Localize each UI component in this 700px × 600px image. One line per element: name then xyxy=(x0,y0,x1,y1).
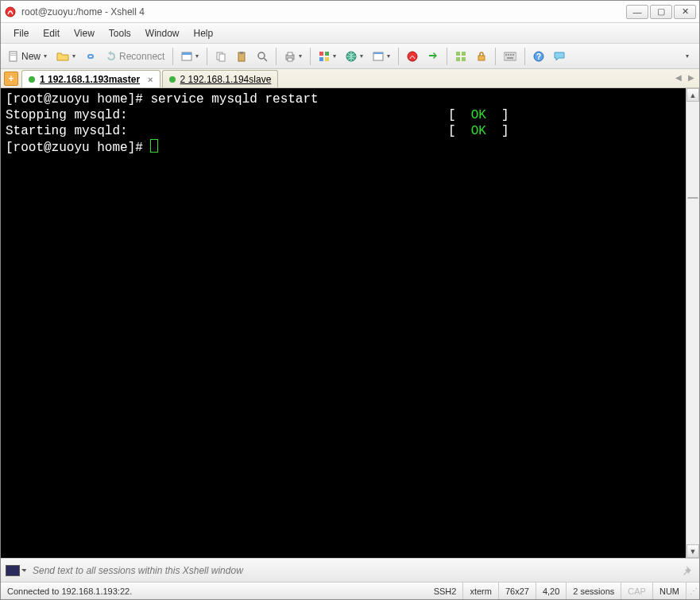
tab-label: 1 192.168.1.193master xyxy=(40,74,140,85)
bracket: ] xyxy=(486,108,509,122)
keyboard-icon xyxy=(504,52,516,61)
lock-button[interactable] xyxy=(472,47,491,66)
find-button[interactable] xyxy=(253,47,272,66)
cursor xyxy=(150,139,158,153)
svg-rect-7 xyxy=(219,54,225,61)
add-tab-button[interactable]: + xyxy=(4,72,18,86)
terminal[interactable]: [root@zuoyu home]# service mysqld restar… xyxy=(1,88,686,558)
fullscreen-button[interactable]: ▾ xyxy=(369,47,394,66)
chevron-down-icon: ▾ xyxy=(686,52,689,60)
menu-view[interactable]: View xyxy=(68,25,101,42)
svg-rect-2 xyxy=(10,53,16,54)
status-ok: OK xyxy=(471,124,486,138)
broadcast-input[interactable] xyxy=(33,565,674,576)
chevron-down-icon: ▾ xyxy=(387,52,390,60)
svg-line-11 xyxy=(264,58,267,61)
terminal-icon[interactable] xyxy=(6,565,20,576)
menu-edit[interactable]: Edit xyxy=(37,25,66,42)
svg-rect-9 xyxy=(240,52,243,54)
chevron-down-icon: ▾ xyxy=(333,52,336,60)
separator xyxy=(524,48,525,65)
svg-point-0 xyxy=(6,7,15,17)
colorscheme-button[interactable]: ▾ xyxy=(315,47,340,66)
maximize-button[interactable]: ▢ xyxy=(650,5,672,19)
command-text: service mysqld restart xyxy=(150,92,318,106)
svg-rect-25 xyxy=(456,57,460,61)
properties-button[interactable]: ▾ xyxy=(177,47,203,66)
xftp-button[interactable] xyxy=(423,47,443,66)
prompt: [root@zuoyu home]# xyxy=(6,92,150,106)
status-connection: Connected to 192.168.1.193:22. xyxy=(1,583,427,599)
svg-rect-16 xyxy=(325,52,329,56)
tab-session-2[interactable]: 2 192.168.1.194slave xyxy=(162,70,279,87)
status-termtype: xterm xyxy=(463,583,499,599)
copy-icon xyxy=(215,51,226,62)
keyboard-button[interactable] xyxy=(500,47,520,66)
toolbar-overflow[interactable]: ▾ xyxy=(677,47,696,66)
svg-rect-27 xyxy=(478,56,485,60)
menu-file[interactable]: File xyxy=(7,25,35,42)
print-button[interactable]: ▾ xyxy=(280,47,306,66)
app-icon xyxy=(4,6,17,18)
disconnect-button[interactable] xyxy=(81,47,100,66)
menu-help[interactable]: Help xyxy=(188,25,220,42)
help-button[interactable]: ? xyxy=(529,47,548,66)
tab-nav: ◀ ▶ xyxy=(674,72,696,83)
search-icon xyxy=(257,51,268,62)
transfer-icon xyxy=(427,51,439,62)
bracket: [ xyxy=(448,108,471,122)
pin-icon[interactable] xyxy=(680,563,694,578)
tab-session-1[interactable]: 1 192.168.1.193master × xyxy=(21,70,160,87)
status-sessions: 2 sessions xyxy=(567,583,621,599)
tab-prev-button[interactable]: ◀ xyxy=(674,72,683,83)
separator xyxy=(310,48,311,65)
status-dot-icon xyxy=(29,76,35,83)
tile-button[interactable] xyxy=(451,47,470,66)
svg-rect-30 xyxy=(508,54,509,56)
separator xyxy=(447,48,447,65)
tab-next-button[interactable]: ▶ xyxy=(686,72,696,83)
svg-rect-31 xyxy=(510,54,512,56)
close-tab-icon[interactable]: × xyxy=(148,75,153,84)
svg-rect-1 xyxy=(10,52,17,61)
status-dot-icon xyxy=(169,76,176,83)
bracket: [ xyxy=(448,124,471,138)
separator xyxy=(207,48,207,65)
printer-icon xyxy=(284,51,296,62)
palette-icon xyxy=(319,51,330,62)
feedback-button[interactable] xyxy=(550,47,569,66)
close-button[interactable]: ✕ xyxy=(674,5,696,19)
xshell-icon xyxy=(407,51,418,62)
resize-grip[interactable]: ⋰ xyxy=(686,585,699,597)
scrollbar[interactable]: ▲ ▼ xyxy=(686,88,699,558)
xshell-button[interactable] xyxy=(403,47,422,66)
scroll-down-button[interactable]: ▼ xyxy=(686,544,699,558)
reconnect-button[interactable]: Reconnect xyxy=(102,47,168,66)
menubar: File Edit View Tools Window Help xyxy=(1,23,699,44)
svg-rect-17 xyxy=(319,57,323,61)
menu-tools[interactable]: Tools xyxy=(102,25,137,42)
help-icon: ? xyxy=(533,51,544,62)
tab-label: 2 192.168.1.194slave xyxy=(180,74,272,85)
speech-icon xyxy=(554,51,565,62)
copy-button[interactable] xyxy=(211,47,230,66)
svg-rect-5 xyxy=(182,52,191,55)
scroll-thumb[interactable] xyxy=(687,197,698,199)
titlebar: root@zuoyu:/home - Xshell 4 — ▢ ✕ xyxy=(1,1,699,23)
chevron-down-icon: ▾ xyxy=(44,52,47,60)
web-button[interactable]: ▾ xyxy=(342,47,367,66)
status-cursor: 4,20 xyxy=(536,583,567,599)
open-button[interactable]: ▾ xyxy=(52,47,79,66)
properties-icon xyxy=(181,51,192,62)
svg-rect-3 xyxy=(10,55,16,56)
bracket: ] xyxy=(486,124,509,138)
paste-button[interactable] xyxy=(232,47,251,66)
scroll-track[interactable] xyxy=(686,102,699,544)
svg-rect-21 xyxy=(373,52,383,54)
scroll-up-button[interactable]: ▲ xyxy=(686,88,699,102)
minimize-button[interactable]: — xyxy=(626,5,648,19)
new-session-button[interactable]: New ▾ xyxy=(4,47,51,66)
svg-rect-26 xyxy=(462,57,466,61)
chevron-down-icon: ▾ xyxy=(72,52,75,60)
menu-window[interactable]: Window xyxy=(139,25,186,42)
